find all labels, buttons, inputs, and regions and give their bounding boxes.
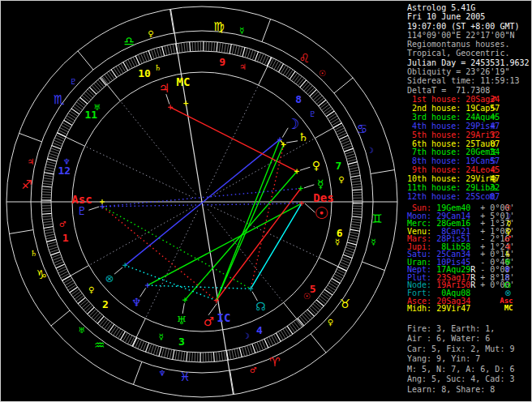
chart-header-block: Astrolog 5.41GFri 10 June 200519:07:00 (…: [407, 3, 530, 95]
sign-boundary-aries: [230, 370, 234, 395]
house-ruler-icon-1: ♂: [59, 220, 66, 229]
pointer-line-mercury: [304, 185, 315, 188]
house-ruler-icon-3: ☿: [159, 332, 164, 341]
house-ruler-icon-4: ☽: [242, 331, 250, 340]
header-line-2: Fri 10 June 2005: [407, 12, 530, 21]
sign-glyph-gemini: ♊: [371, 212, 382, 226]
sign-glyph-sagittarius: ♐: [21, 177, 32, 192]
planet-position-dot-neptune: [145, 283, 150, 288]
header-line-4: 114°09'00"E 22°17'00"N: [407, 31, 530, 40]
sign-ruler-icon-capricorn: ♄: [30, 249, 37, 258]
sign-boundary-virgo: [262, 19, 271, 41]
house-cusp-line-6: [211, 206, 320, 258]
planet-glyph-neptune: ♆: [131, 296, 142, 309]
sign-ruler-icon-leo: ☉: [319, 69, 326, 78]
house-ruler-icon-11: ♅: [93, 103, 101, 112]
chart-wheel-area: ♈♂♉♀♊☿♋☽♌☉♍☿♎♀♏♇♐♃♑♄♒♅♓♆1♂2♀3☿4☽5☉6☿7♀8♇…: [1, 1, 403, 402]
aspect-line-saturn-node: [251, 144, 284, 289]
sign-glyph-taurus: ♉: [340, 297, 350, 311]
aspect-line-moon-saturn: [280, 139, 284, 144]
header-line-7: Julian Day = 2453531.9632: [407, 58, 530, 67]
sign-ruler-icon-virgo: ☿: [239, 26, 244, 35]
zodiac-sign-icon: ♏: [489, 193, 496, 202]
angle-label-asc: Asc: [71, 193, 92, 206]
sign-ruler-icon-libra: ♀: [148, 29, 153, 38]
sign-glyph-capricorn: ♑: [36, 267, 47, 282]
chart-wheel: ♈♂♉♀♊☿♋☽♌☉♍☿♎♀♏♇♐♃♑♄♒♅♓♆1♂2♀3☿4☽5☉6☿7♀8♇…: [1, 1, 403, 402]
house-ruler-icon-6: ☿: [335, 237, 340, 246]
house-cusp-line-12: [85, 146, 194, 198]
sign-glyph-pisces: ♓: [179, 370, 190, 384]
planet-glyph-node: ☊: [255, 300, 265, 313]
astrolog-window: ♈♂♉♀♊☿♋☽♌☉♍☿♎♀♏♇♐♃♑♄♒♅♓♆1♂2♀3☿4☽5☉6☿7♀8♇…: [0, 0, 532, 402]
sign-ruler-icon-aries: ♂: [250, 366, 257, 374]
planet-glyph-venus: ♀: [312, 159, 320, 172]
planet-position-dot-pluto: [100, 204, 105, 209]
planet-glyph-uranus: ♅: [176, 314, 187, 327]
sign-glyph-cancer: ♋: [357, 122, 367, 136]
planet-glyph-mercury: ☿: [317, 177, 324, 190]
house-number-12: 12: [58, 165, 71, 177]
house-cusp-segment-5: [284, 302, 303, 327]
sign-glyph-scorpio: ♏: [54, 92, 65, 107]
sign-boundary-libra: [170, 9, 174, 33]
house-number-7: 7: [335, 160, 341, 172]
house-ruler-icon-5: ☉: [303, 292, 311, 301]
header-line-5: Regiomontanus houses.: [407, 40, 530, 49]
house-ruler-icon-10: ♄: [154, 63, 161, 72]
house-ruler-icon-9: ♃: [239, 62, 247, 71]
planet-glyph-pluto: ♇: [77, 204, 88, 217]
stats-line-3: Car: 5, Fix: 2, Mut: 9: [407, 344, 514, 354]
planet-glyph-sun: ☉: [314, 203, 328, 223]
planet-position-table: Sun: 19Gem40 + 0°00'☉Moon: 29Can14 + 5°0…: [407, 204, 514, 313]
house-row-12: 12th house: 25Sco07♏: [407, 193, 500, 202]
house-number-2: 2: [102, 298, 109, 310]
sign-ruler-icon-gemini: ☿: [371, 237, 375, 246]
sign-boundary-taurus: [311, 334, 326, 353]
sign-ruler-icon-scorpio: ♇: [70, 77, 77, 86]
aspect-line-mars-saturn: [217, 144, 284, 300]
header-line-9: Sidereal time: 11:59:13: [407, 76, 530, 85]
pointer-line-jupiter: [166, 94, 169, 104]
sign-boundary-aquarius: [51, 310, 70, 326]
aspect-line-pluto-node: [102, 207, 251, 289]
planet-icon: MC: [504, 305, 513, 313]
element-stats-block: Fire: 3, Earth: 1,Air : 6, Water: 6Car: …: [407, 324, 514, 395]
angle-label-ic: IC: [217, 311, 231, 324]
planet-glyph-saturn: ♄: [298, 130, 309, 143]
sign-glyph-libra: ♎: [124, 34, 135, 49]
sign-ruler-icon-cancer: ☽: [367, 146, 374, 155]
house-ruler-icon-2: ♀: [88, 285, 94, 294]
house-cusp-segment-11: [101, 77, 120, 101]
sign-boundary-scorpio: [78, 51, 93, 70]
house-number-5: 5: [310, 283, 316, 295]
house-number-9: 9: [219, 56, 225, 68]
stats-line-7: Learn: 8, Share: 8: [407, 385, 514, 395]
sign-boundary-gemini: [363, 262, 385, 271]
sign-boundary-cancer: [371, 170, 395, 174]
planet-position-dot-jupiter: [168, 105, 173, 109]
header-line-8: Obliquity = 23°26'19": [407, 67, 530, 76]
pointer-line-venus: [300, 167, 310, 170]
sign-ruler-icon-aquarius: ♅: [78, 326, 85, 335]
pointer-line-saturn: [286, 141, 298, 143]
sign-boundary-pisces: [133, 362, 142, 385]
house-ruler-icon-8: ♇: [309, 109, 316, 118]
planet-glyph-moon: ☽: [286, 115, 299, 132]
header-line-3: 19:07:00 (ST +8:00 GMT): [407, 22, 530, 31]
sign-boundary-leo: [334, 78, 353, 93]
house-number-3: 3: [178, 336, 185, 348]
planet-position-dot-node: [248, 286, 253, 291]
info-panel: Astrolog 5.41GFri 10 June 200519:07:00 (…: [405, 1, 532, 402]
angle-label-des: Des: [313, 191, 333, 204]
sign-glyph-leo: ♌: [298, 51, 309, 66]
stats-line-2: Air : 6, Water: 6: [407, 334, 514, 344]
midheaven-degree-mark: [183, 101, 188, 106]
stats-line-1: Fire: 3, Earth: 1,: [407, 324, 514, 334]
house-cusp-table: 1st house: 20Sag34♐ 2nd house: 19Cap57♑ …: [407, 96, 500, 202]
house-number-10: 10: [138, 67, 151, 79]
sign-glyph-aries: ♈: [269, 355, 280, 370]
pointer-line-fortune: [114, 267, 122, 274]
stats-line-4: Yang: 9, Yin: 7: [407, 354, 514, 364]
sign-glyph-aquarius: ♒: [94, 338, 105, 353]
